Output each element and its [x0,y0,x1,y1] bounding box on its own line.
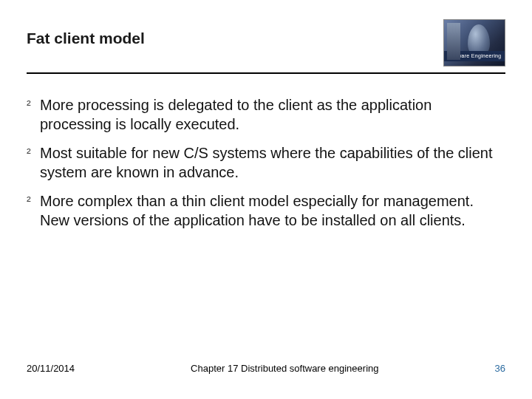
slide-title: Fat client model [27,30,505,47]
bullet-text: More complex than a thin client model es… [40,192,497,230]
book-cover-title: Software Engineering [444,51,505,61]
header-divider [27,72,505,74]
footer-date: 20/11/2014 [27,363,75,374]
slide-header: Fat client model [27,30,505,61]
book-cover-image: Software Engineering Ian Sommerville [443,19,505,66]
slide-footer: 20/11/2014 Chapter 17 Distributed softwa… [27,363,505,374]
bullet-item: ² Most suitable for new C/S systems wher… [27,144,497,182]
bullet-marker-icon: ² [27,96,40,114]
bullet-text: Most suitable for new C/S systems where … [40,144,497,182]
bullet-marker-icon: ² [27,144,40,162]
bullet-item: ² More processing is delegated to the cl… [27,96,497,134]
slide-body: ² More processing is delegated to the cl… [27,96,497,241]
footer-chapter: Chapter 17 Distributed software engineer… [75,363,494,374]
book-cover-author: Ian Sommerville [444,66,505,66]
bullet-text: More processing is delegated to the clie… [40,96,497,134]
slide: Fat client model Software Engineering Ia… [0,0,532,399]
bullet-marker-icon: ² [27,192,40,210]
bullet-item: ² More complex than a thin client model … [27,192,497,230]
footer-page-number: 36 [495,363,505,374]
